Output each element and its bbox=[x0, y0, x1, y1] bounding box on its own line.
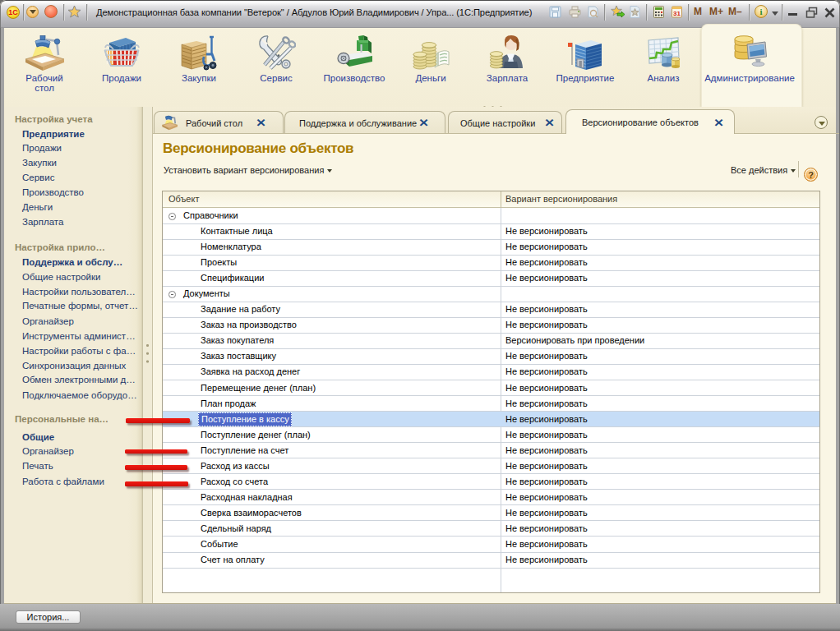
svg-text:31: 31 bbox=[673, 10, 681, 17]
